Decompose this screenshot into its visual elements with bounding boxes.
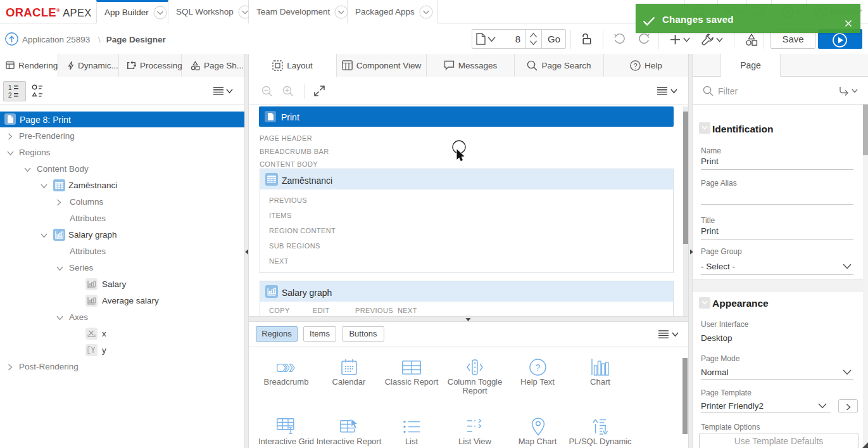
svg-text:2: 2 xyxy=(8,92,12,98)
svg-text:?: ? xyxy=(536,362,541,373)
svg-text:1: 1 xyxy=(8,84,12,91)
svg-text:?: ? xyxy=(634,61,638,69)
